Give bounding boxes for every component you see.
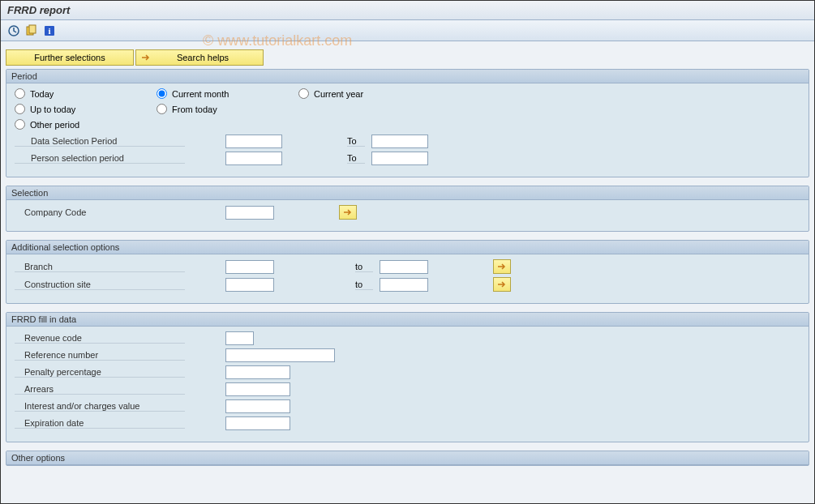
radio-up-to-today[interactable]: Up to today — [15, 104, 75, 114]
arrears-label: Arrears — [15, 384, 185, 395]
multiple-selection-button[interactable] — [339, 205, 357, 220]
svg-rect-2 — [29, 25, 36, 33]
penalty-percentage-label: Penalty percentage — [15, 367, 185, 378]
button-label: Further selections — [34, 53, 105, 62]
branch-to-input[interactable] — [380, 260, 428, 274]
construction-to-input[interactable] — [380, 278, 428, 292]
frrd-panel: FRRD fill in data Revenue code Reference… — [6, 312, 809, 442]
page-title: FRRD report — [7, 4, 70, 16]
construction-site-label: Construction site — [15, 280, 185, 290]
panel-title: Period — [6, 70, 809, 83]
arrow-right-icon — [141, 53, 151, 62]
data-selection-period-label: Data Selection Period — [15, 136, 185, 147]
penalty-percentage-input[interactable] — [225, 365, 290, 379]
window-header: FRRD report — [1, 1, 814, 20]
interest-charges-label: Interest and/or charges value — [15, 401, 185, 412]
button-label: Search helps — [154, 53, 251, 62]
panel-title: Additional selection options — [6, 241, 809, 254]
radio-other-period[interactable]: Other period — [15, 119, 79, 130]
branch-label: Branch — [15, 262, 185, 272]
revenue-code-input[interactable] — [225, 331, 254, 345]
search-helps-button[interactable]: Search helps — [135, 49, 264, 66]
person-selection-period-label: Person selection period — [15, 153, 185, 164]
info-icon[interactable]: i — [43, 24, 56, 37]
branch-multi-button[interactable] — [493, 259, 511, 274]
to-label: To — [347, 136, 365, 147]
additional-panel: Additional selection options Branch to C… — [6, 240, 809, 304]
to-label: To — [347, 153, 365, 164]
company-code-input[interactable] — [225, 206, 274, 220]
variant-icon[interactable] — [25, 24, 38, 37]
action-buttons: Further selections Search helps — [6, 49, 809, 66]
construction-from-input[interactable] — [225, 278, 274, 292]
arrears-input[interactable] — [225, 382, 290, 396]
radio-today[interactable]: Today — [15, 88, 54, 99]
company-code-label: Company Code — [15, 207, 185, 217]
radio-current-month[interactable]: Current month — [157, 88, 229, 99]
revenue-code-label: Revenue code — [15, 333, 185, 344]
toolbar: i — [1, 20, 814, 41]
panel-title: Selection — [6, 186, 809, 200]
branch-from-input[interactable] — [225, 260, 274, 274]
interest-charges-input[interactable] — [225, 399, 290, 413]
expiration-date-label: Expiration date — [15, 418, 185, 429]
content-area: Further selections Search helps Period T… — [1, 41, 814, 474]
radio-from-today[interactable]: From today — [157, 104, 217, 114]
to-label: to — [355, 262, 373, 272]
panel-title: Other options — [6, 451, 809, 465]
person-selection-to-input[interactable] — [371, 152, 428, 165]
data-selection-from-input[interactable] — [225, 135, 282, 148]
selection-panel: Selection Company Code — [6, 186, 809, 232]
further-selections-button[interactable]: Further selections — [6, 49, 134, 66]
reference-number-label: Reference number — [15, 350, 185, 361]
to-label: to — [355, 280, 373, 290]
execute-icon[interactable] — [7, 24, 20, 37]
other-options-panel: Other options — [6, 451, 809, 466]
radio-current-year[interactable]: Current year — [298, 88, 363, 99]
reference-number-input[interactable] — [225, 348, 335, 362]
person-selection-from-input[interactable] — [225, 152, 282, 165]
data-selection-to-input[interactable] — [371, 135, 428, 148]
panel-title: FRRD fill in data — [6, 313, 809, 327]
period-panel: Period Today Current month Current year … — [6, 69, 809, 177]
construction-multi-button[interactable] — [493, 277, 511, 292]
expiration-date-input[interactable] — [225, 416, 290, 430]
svg-text:i: i — [48, 26, 50, 36]
